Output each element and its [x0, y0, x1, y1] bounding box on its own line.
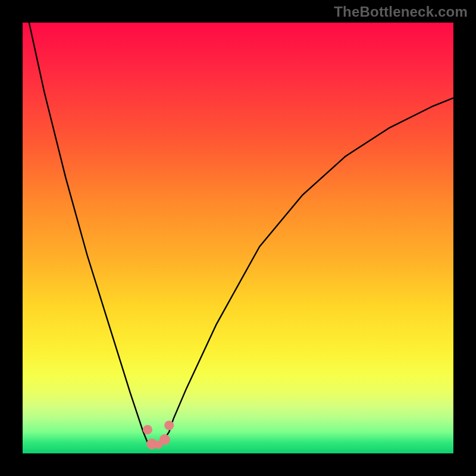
curve-layer: [23, 23, 453, 453]
bottleneck-curve: [29, 23, 453, 445]
marker-layer: [143, 421, 174, 449]
watermark-label: TheBottleneck.com: [334, 4, 468, 20]
chart-frame: TheBottleneck.com: [0, 0, 476, 476]
marker-left-tip: [143, 425, 152, 434]
plot-area: [23, 23, 453, 453]
marker-right-tip: [164, 421, 174, 430]
marker-right-base: [159, 434, 170, 445]
